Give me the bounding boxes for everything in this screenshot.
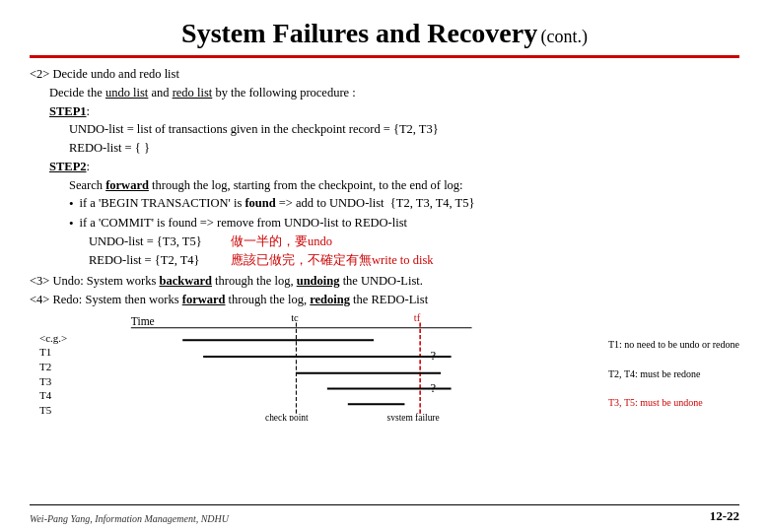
line-decide-intro: <2> Decide undo and redo list [30,65,739,84]
footer-page: 12-22 [710,508,739,524]
step2-label: STEP2: [49,158,739,176]
svg-text:check point: check point [265,413,309,421]
red-redo-label: 應該已做完，不確定有無write to disk [231,251,434,270]
legend-2: T2, T4: must be redone [608,368,739,379]
svg-text:Time: Time [131,315,155,327]
redo-list-init: REDO-list = { } [69,139,739,158]
red-undo-label: 做一半的，要undo [231,233,434,251]
step3-line: <3> Undo: System works backward through … [30,272,739,291]
line-decide-detail: Decide the undo list and redo list by th… [49,84,739,102]
header-divider [30,55,739,58]
footer-citation: Wei-Pang Yang, Information Management, N… [30,513,229,524]
svg-text:tc: tc [291,313,299,324]
slide: System Failures and Recovery (cont.) <2>… [0,0,769,532]
footer: Wei-Pang Yang, Information Management, N… [30,504,739,524]
step4-line: <4> Redo: System then works forward thro… [30,291,739,309]
svg-text:system failure: system failure [387,413,440,421]
step1-label: STEP1: [49,102,739,121]
chart-svg: Time tc tf ? ? [71,312,604,421]
slide-title: System Failures and Recovery [181,18,537,48]
chart-area: <c.g.> T1 T2 T3 T4 T5 Time tc tf [39,312,739,421]
undo-redo-final: UNDO-list = {T3, T5} REDO-list = {T2, T4… [89,233,739,270]
bullet1: • if a 'BEGIN TRANSACTION' is found => a… [69,194,739,214]
chart-legend: T1: no need to be undo or redone T2, T4:… [608,312,739,421]
chart-main: Time tc tf ? ? [71,312,604,421]
bullet2: • if a 'COMMIT' is found => remove from … [69,214,739,233]
svg-text:tf: tf [414,313,421,324]
undo-list-init: UNDO-list = list of transactions given i… [69,120,739,139]
redo-final: REDO-list = {T2, T4} [89,251,211,270]
slide-header: System Failures and Recovery (cont.) [30,18,739,49]
slide-cont: (cont.) [540,27,587,46]
svg-text:?: ? [431,381,437,395]
search-line: Search forward through the log, starting… [69,176,739,195]
svg-text:?: ? [431,349,437,363]
legend-1: T1: no need to be undo or redone [608,339,739,350]
main-content: <2> Decide undo and redo list Decide the… [30,65,739,308]
chart-title-label: <c.g.> [39,332,67,344]
undo-final: UNDO-list = {T3, T5} [89,233,211,251]
legend-3: T3, T5: must be undone [608,397,739,408]
chart-y-labels: <c.g.> T1 T2 T3 T4 T5 [39,312,67,421]
